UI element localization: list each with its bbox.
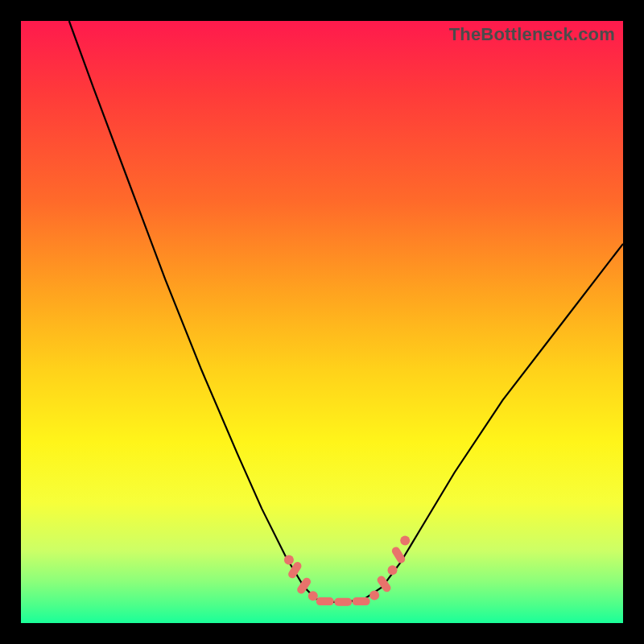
chart-plot-area: TheBottleneck.com <box>21 21 623 623</box>
chart-frame: TheBottleneck.com <box>0 0 644 644</box>
curve-marker-dot <box>388 565 398 575</box>
chart-svg <box>21 21 623 623</box>
curve-marker-oblong <box>316 597 334 605</box>
bottleneck-curve <box>69 21 623 602</box>
curve-marker-dot <box>400 536 410 546</box>
curve-marker-dot <box>284 555 294 565</box>
curve-marker-oblong <box>353 597 370 605</box>
curve-marker-dot <box>369 591 379 601</box>
curve-markers <box>284 536 410 606</box>
curve-marker-dot <box>308 591 318 601</box>
curve-marker-oblong <box>334 598 352 606</box>
